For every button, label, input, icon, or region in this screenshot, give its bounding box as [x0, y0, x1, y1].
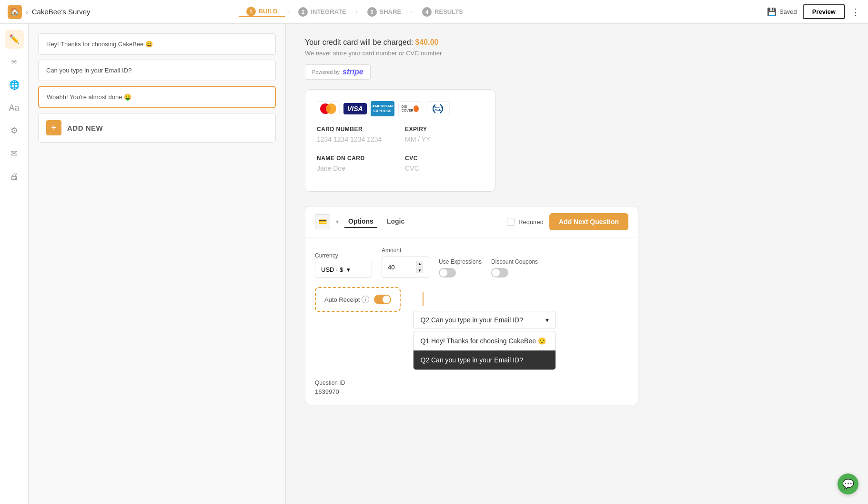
discover-logo: DISCOVER [398, 101, 422, 116]
mastercard-logo [317, 101, 340, 116]
options-card-icon: 💳 [315, 214, 330, 229]
expiry-label: EXPIRY [405, 126, 484, 133]
discount-coupons-group: Discount Coupons [491, 258, 538, 278]
sidebar-icon-analytics[interactable]: ✳ [5, 52, 24, 72]
use-expressions-toggle[interactable] [439, 268, 482, 278]
card-form: VISA AMERICANEXPRESS DISCOVER DinersClub [305, 89, 495, 192]
name-cvc-row: NAME ON CARD Jane Doe CVC CVC [317, 155, 484, 172]
nav-steps: 1 BUILD › 2 INTEGRATE › 3 SHARE › 4 RESU… [239, 7, 471, 17]
more-options-icon[interactable]: ⋮ [851, 6, 860, 18]
visa-logo: VISA [343, 103, 367, 114]
diners-logo: DinersClub [426, 101, 450, 116]
charge-text: Your credit card will be charged: $40.00 [305, 38, 849, 47]
required-checkbox[interactable] [507, 218, 515, 226]
preview-button[interactable]: Preview [803, 4, 845, 19]
options-dropdown-arrow[interactable]: ▾ [336, 218, 339, 225]
amount-increment[interactable]: ▲ [416, 261, 423, 267]
required-area: Required [507, 218, 544, 226]
cvc-group: CVC CVC [405, 155, 484, 172]
nav-step-build[interactable]: 1 BUILD [239, 7, 285, 17]
nav-right: 💾 Saved Preview ⋮ [767, 4, 860, 19]
amount-input[interactable]: 40 ▲ ▼ [382, 257, 429, 278]
use-expressions-label: Use Expressions [439, 258, 482, 265]
survey-title: CakeBee's Survey [32, 8, 91, 16]
tab-logic[interactable]: Logic [383, 216, 408, 228]
add-next-question-button[interactable]: Add Next Question [549, 213, 628, 230]
sidebar-icon-edit[interactable]: ✏️ [5, 30, 24, 49]
options-body: Currency USD - $ ▾ Amount 40 ▲ ▼ [305, 237, 638, 405]
left-panel: Hey! Thanks for choosing CakeBee 😀 Can y… [29, 24, 286, 504]
auto-receipt-toggle[interactable] [374, 295, 391, 304]
card-number-group: CARD NUMBER 1234 1234 1234 1234 [317, 126, 395, 143]
options-header: 💳 ▾ Options Logic Required Add Next Ques… [305, 206, 638, 237]
currency-amount-row: Currency USD - $ ▾ Amount 40 ▲ ▼ [315, 247, 628, 278]
use-expressions-group: Use Expressions [439, 258, 482, 278]
sidebar-icon-settings[interactable]: ⚙ [5, 121, 24, 140]
card-number-value: 1234 1234 1234 1234 [317, 135, 395, 143]
nav-step-integrate[interactable]: 2 INTEGRATE [291, 7, 353, 17]
nav-step-results[interactable]: 4 RESULTS [414, 7, 471, 17]
question-item-1[interactable]: Hey! Thanks for choosing CakeBee 😀 [38, 33, 276, 55]
discount-coupons-toggle-switch[interactable] [491, 268, 508, 278]
top-nav: 🏠 › CakeBee's Survey 1 BUILD › 2 INTEGRA… [0, 0, 868, 24]
options-panel: 💳 ▾ Options Logic Required Add Next Ques… [305, 206, 638, 405]
card-number-label: CARD NUMBER [317, 126, 395, 133]
question-id-area: Question ID 1639970 [315, 380, 628, 395]
question-item-2[interactable]: Can you type in your Email ID? [38, 60, 276, 81]
auto-receipt-area: Auto Receipt i Q2 Can you type in your E… [315, 287, 628, 370]
receipt-dropdown-area: Q2 Can you type in your Email ID? ▾ Q1 H… [413, 292, 556, 370]
sidebar: ✏️ ✳ 🌐 Aa ⚙ ✉ 🖨 [0, 24, 29, 504]
auto-receipt-box: Auto Receipt i [315, 287, 401, 312]
currency-label: Currency [315, 252, 372, 259]
use-expressions-toggle-switch[interactable] [439, 268, 456, 278]
connector-line [423, 292, 424, 306]
home-icon[interactable]: 🏠 [8, 5, 22, 19]
sidebar-icon-print[interactable]: 🖨 [5, 167, 24, 186]
sidebar-icon-globe[interactable]: 🌐 [5, 75, 24, 94]
question-item-3[interactable]: Woahh! You're almost done 🤑 [38, 86, 276, 108]
amount-group: Amount 40 ▲ ▼ [382, 247, 429, 278]
required-label: Required [518, 218, 544, 226]
charge-sub: We never store your card number or CVC n… [305, 50, 849, 57]
tab-options[interactable]: Options [344, 216, 377, 228]
discount-coupons-label: Discount Coupons [491, 258, 538, 265]
question-id-value: 1639970 [315, 388, 628, 395]
saved-indicator: 💾 Saved [767, 7, 797, 16]
question-id-label: Question ID [315, 380, 628, 386]
amount-stepper[interactable]: ▲ ▼ [416, 261, 423, 273]
nav-step-share[interactable]: 3 SHARE [360, 7, 409, 17]
cvc-label: CVC [405, 155, 484, 162]
sidebar-icon-typography[interactable]: Aa [5, 98, 24, 117]
name-label: NAME ON CARD [317, 155, 395, 162]
card-number-expiry-row: CARD NUMBER 1234 1234 1234 1234 EXPIRY M… [317, 126, 484, 143]
expiry-group: EXPIRY MM / YY [405, 126, 484, 143]
right-panel: Your credit card will be charged: $40.00… [286, 24, 868, 504]
amount-decrement[interactable]: ▼ [416, 267, 423, 273]
stripe-badge: Powered by stripe [305, 64, 371, 80]
currency-select[interactable]: USD - $ ▾ [315, 262, 372, 278]
add-new-label: ADD NEW [67, 124, 103, 132]
name-group: NAME ON CARD Jane Doe [317, 155, 395, 172]
dropdown-item-2[interactable]: Q2 Can you type in your Email ID? [414, 350, 555, 370]
dropdown-menu: Q1 Hey! Thanks for choosing CakeBee 🙂 Q2… [413, 331, 556, 370]
sidebar-icon-mail[interactable]: ✉ [5, 144, 24, 163]
discount-coupons-toggle[interactable] [491, 268, 538, 278]
breadcrumb-chevron: › [26, 8, 28, 16]
main-content: Hey! Thanks for choosing CakeBee 😀 Can y… [29, 24, 868, 504]
dropdown-item-1[interactable]: Q1 Hey! Thanks for choosing CakeBee 🙂 [414, 331, 555, 350]
chat-widget[interactable]: 💬 [838, 473, 858, 494]
add-new-button[interactable]: + ADD NEW [38, 113, 276, 143]
expiry-value: MM / YY [405, 135, 484, 143]
cvc-value: CVC [405, 165, 484, 172]
currency-group: Currency USD - $ ▾ [315, 252, 372, 278]
auto-receipt-label: Auto Receipt i [324, 296, 369, 303]
auto-receipt-info-icon[interactable]: i [362, 296, 369, 303]
stripe-logo: stripe [343, 68, 363, 76]
amex-logo: AMERICANEXPRESS [371, 101, 394, 116]
charge-amount: $40.00 [415, 38, 439, 46]
auto-receipt-dropdown[interactable]: Q2 Can you type in your Email ID? ▾ [413, 311, 556, 329]
name-value: Jane Doe [317, 165, 395, 172]
card-logos: VISA AMERICANEXPRESS DISCOVER DinersClub [317, 101, 484, 116]
add-new-icon: + [46, 120, 61, 135]
amount-label: Amount [382, 247, 429, 254]
